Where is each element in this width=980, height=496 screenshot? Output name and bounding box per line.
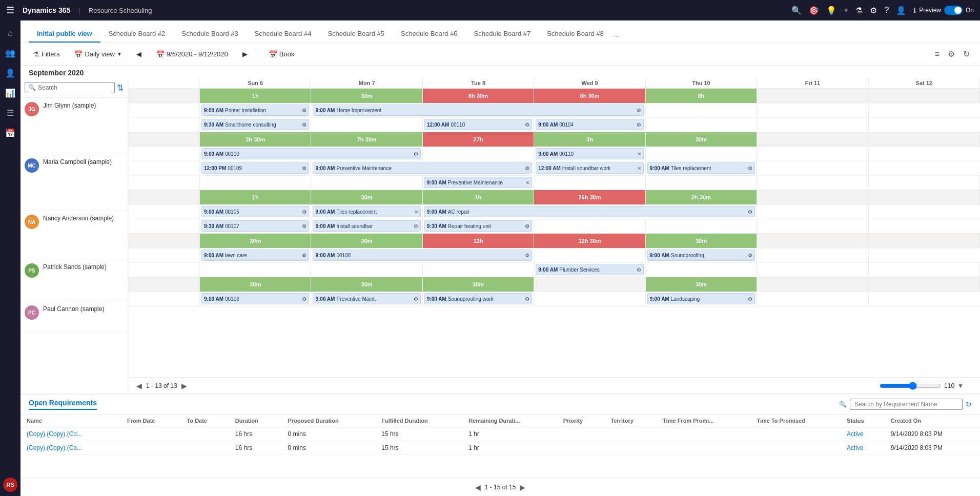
resource-row-paul[interactable]: PC Paul Cannon (sample) xyxy=(21,301,128,332)
maria-prev-maint[interactable]: 9:00 AMPreventive Maintenance ⚙ xyxy=(313,162,532,174)
bottom-pagination: ◀ 1 - 15 of 15 ▶ xyxy=(21,478,980,496)
tab-initial-public-view[interactable]: Initial public view xyxy=(29,26,100,43)
resource-row-nancy[interactable]: NA Nancy Anderson (sample) xyxy=(21,211,128,259)
filter-icon[interactable]: ⚗ xyxy=(855,6,863,15)
resource-row-jim[interactable]: JG Jim Glynn (sample) xyxy=(21,98,128,154)
plus-icon[interactable]: + xyxy=(844,6,848,15)
prev-page-btn[interactable]: ◀ xyxy=(136,382,142,390)
nancy-00105[interactable]: 9:00 AM00105 ⚙ xyxy=(201,206,309,217)
patrick-plumber[interactable]: 9:00 AMPlumber Services ⚙ xyxy=(536,264,643,275)
resource-block-patrick: 30m 30m 12h 12h 30m 30m xyxy=(128,234,980,277)
panel-expand-icon[interactable]: ▼ xyxy=(957,382,964,389)
requirements-panel: Open Requirements 🔍 ↻ Name From Date To … xyxy=(21,394,980,496)
appt-icon-n4: ⚙ xyxy=(414,223,418,229)
paul-00106[interactable]: 9:00 AM00106 ⚙ xyxy=(201,293,309,304)
maria-tiles[interactable]: 9:00 AMTiles replacement ⚙ xyxy=(647,162,755,174)
list-view-icon[interactable]: ≡ xyxy=(933,48,942,61)
user-icon[interactable]: 👤 xyxy=(896,6,906,15)
appt-settings-icon-3: ⚙ xyxy=(302,122,307,128)
nancy-repair-heating[interactable]: 9:30 AMRepair heating unit ⚙ xyxy=(424,220,532,232)
jim-printer-install[interactable]: 9:00 AMPrinter Installation ⚙ xyxy=(201,105,309,116)
refresh-icon[interactable]: ↻ xyxy=(961,47,972,61)
daily-view-button[interactable]: 📅 Daily view ▼ xyxy=(70,48,126,60)
jim-home-improvement[interactable]: 9:00 AMHome Improvement ⚙ xyxy=(313,105,643,116)
help-icon[interactable]: ? xyxy=(884,6,889,15)
resource-row-maria[interactable]: MC Maria Campbell (sample) xyxy=(21,154,128,211)
nancy-soundbar[interactable]: 9:00 AMInstall soundbar ⚙ xyxy=(313,220,420,232)
bulb-icon[interactable]: 💡 xyxy=(826,6,836,15)
paul-landscaping[interactable]: 9:00 AMLandscaping ⚙ xyxy=(647,293,755,304)
maria-00109[interactable]: 12:00 PM00109 ⚙ xyxy=(201,162,309,174)
zoom-slider[interactable] xyxy=(880,382,941,390)
tab-schedule-board-8[interactable]: Schedule Board #8 xyxy=(539,26,612,43)
paul-soundproofing[interactable]: 9:00 AMSoundproofing work ⚙ xyxy=(424,293,532,304)
jim-r2-c6 xyxy=(757,118,868,132)
tab-more[interactable]: ... xyxy=(612,27,622,43)
search-icon[interactable]: 🔍 xyxy=(791,6,802,15)
close-x-icon-4[interactable]: ✕ xyxy=(414,209,418,215)
settings-view-icon[interactable]: ⚙ xyxy=(946,47,957,61)
appt-icon-m2: ⚙ xyxy=(302,166,307,171)
paul-prev-maint[interactable]: 9:00 AMPreventive Maint. ⚙ xyxy=(313,293,420,304)
settings-icon[interactable]: ⚙ xyxy=(870,6,877,15)
close-x-icon-3[interactable]: ✕ xyxy=(525,180,529,185)
sidebar-person-icon[interactable]: 👤 xyxy=(0,64,21,82)
close-x-icon[interactable]: ✕ xyxy=(637,151,641,157)
sidebar-calendar-icon[interactable]: 📅 xyxy=(0,124,21,142)
book-button[interactable]: 📅 Book xyxy=(264,48,299,60)
req-title: Open Requirements xyxy=(29,399,97,410)
filters-button[interactable]: ⚗ Filters xyxy=(29,48,64,60)
sidebar-list-icon[interactable]: ☰ xyxy=(0,104,21,122)
hamburger-icon[interactable]: ☰ xyxy=(6,5,14,16)
calendar-small-icon: 📅 xyxy=(74,50,83,58)
req-name-link[interactable]: (Copy).(Copy).(Co... xyxy=(27,430,82,438)
req-search-input[interactable] xyxy=(850,399,963,410)
col-name: Name xyxy=(21,415,121,427)
date-range-display[interactable]: 📅 9/6/2020 - 9/12/2020 xyxy=(152,48,232,60)
tab-schedule-board-2[interactable]: Schedule Board #2 xyxy=(100,26,174,43)
nancy-ac-repair[interactable]: 9:00 AMAC repair ⚙ xyxy=(424,206,755,217)
req-proposed-cell: 0 mins xyxy=(282,427,376,441)
sidebar-users-icon[interactable]: 👥 xyxy=(0,44,21,62)
preview-switch[interactable] xyxy=(944,6,963,15)
jim-00110[interactable]: 12:00 AM00110 ⚙ xyxy=(424,119,532,130)
sort-icon[interactable]: ⇅ xyxy=(117,83,124,93)
req-status-link[interactable]: Active xyxy=(847,430,864,438)
tab-schedule-board-7[interactable]: Schedule Board #7 xyxy=(466,26,539,43)
tab-schedule-board-3[interactable]: Schedule Board #3 xyxy=(173,26,247,43)
tab-schedule-board-5[interactable]: Schedule Board #5 xyxy=(319,26,393,43)
jim-smarthome[interactable]: 9:30 AMSmarthome consulting ⚙ xyxy=(201,119,309,130)
filter-toolbar-icon: ⚗ xyxy=(33,50,39,58)
next-date-button[interactable]: ▶ xyxy=(238,48,252,60)
next-page-btn[interactable]: ▶ xyxy=(181,382,187,390)
nancy-tiles-x[interactable]: 9:00 AMTiles replacement ✕ xyxy=(313,206,420,217)
target-icon[interactable]: 🎯 xyxy=(809,6,819,15)
bp-next-btn[interactable]: ▶ xyxy=(520,483,525,491)
resource-avatar-maria: MC xyxy=(25,158,39,173)
maria-00110-long[interactable]: 9:00 AM00110 ⚙ xyxy=(201,148,421,159)
jim-00104[interactable]: 9:00 AM00104 ⚙ xyxy=(536,119,643,130)
patrick-lawn[interactable]: 9:00 AMlawn care ⚙ xyxy=(201,250,309,261)
maria-00110-x[interactable]: 9:00 AM00110 ✕ xyxy=(536,148,643,159)
tab-schedule-board-4[interactable]: Schedule Board #4 xyxy=(247,26,320,43)
nancy-00107[interactable]: 9:30 AM00107 ⚙ xyxy=(201,220,309,232)
patrick-00108[interactable]: 9:00 AM00108 ⚙ xyxy=(313,250,532,261)
maria-prev-maint-x[interactable]: 9:00 AMPreventive Maintenance ✕ xyxy=(424,177,532,188)
prev-date-button[interactable]: ◀ xyxy=(132,48,146,60)
req-name-link[interactable]: (Copy).(Copy).(Co... xyxy=(27,444,82,451)
patrick-soundproofing[interactable]: 9:00 AMSoundproofing ⚙ xyxy=(647,250,755,261)
search-input[interactable] xyxy=(38,84,111,91)
separator: | xyxy=(78,7,80,14)
tab-schedule-board-6[interactable]: Schedule Board #6 xyxy=(393,26,466,43)
bp-prev-btn[interactable]: ◀ xyxy=(475,483,481,491)
nancy-appt-row-1: 9:00 AM00105 ⚙ 9:00 AMTiles replacement … xyxy=(128,204,980,219)
req-status-link[interactable]: Active xyxy=(847,444,864,451)
resource-row-patrick[interactable]: PS Patrick Sands (sample) xyxy=(21,259,128,301)
maria-soundbar[interactable]: 12:00 AMInstall soundbar work ✕ xyxy=(536,162,643,174)
sidebar-chart-icon[interactable]: 📊 xyxy=(0,84,21,102)
close-x-icon-2[interactable]: ✕ xyxy=(637,166,641,171)
resource-name-maria: Maria Campbell (sample) xyxy=(43,158,112,166)
sidebar-home-icon[interactable]: ⌂ xyxy=(0,25,21,42)
req-refresh-icon[interactable]: ↻ xyxy=(966,400,972,408)
user-avatar-bottom[interactable]: RS xyxy=(3,478,17,492)
